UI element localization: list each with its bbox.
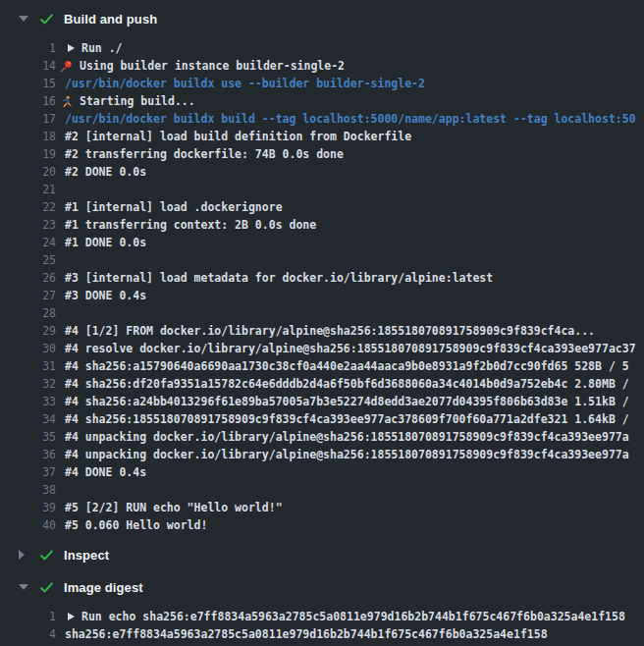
line-number[interactable]: 33 <box>0 393 56 410</box>
line-text: Starting build... <box>80 92 195 110</box>
log-line: 38 <box>0 481 644 499</box>
runner-icon <box>56 95 73 108</box>
line-number[interactable]: 27 <box>0 287 56 304</box>
section-title: Inspect <box>64 548 109 563</box>
line-number[interactable]: 17 <box>0 110 56 128</box>
line-number[interactable]: 22 <box>0 198 56 216</box>
section-header-build-and-push[interactable]: Build and push <box>0 4 644 33</box>
log-line: 37 #4 DONE 0.4s <box>0 463 644 481</box>
log-line: 21 <box>0 181 644 198</box>
line-text: #2 [internal] load build definition from… <box>65 128 411 145</box>
log-line: 15 /usr/bin/docker buildx use --builder … <box>0 75 644 92</box>
line-number[interactable]: 24 <box>0 234 56 251</box>
log-line: 14 Using builder instance builder-single… <box>0 57 644 75</box>
section-title: Image digest <box>64 580 143 595</box>
line-text: Run ./ <box>81 39 123 57</box>
line-number[interactable]: 20 <box>0 163 56 181</box>
log-line: 35 #4 unpacking docker.io/library/alpine… <box>0 428 644 446</box>
pushpin-icon <box>56 60 73 73</box>
log-line: 32 #4 sha256:df20fa9351a15782c64e6dddb2d… <box>0 375 644 393</box>
line-number[interactable]: 29 <box>0 322 56 340</box>
log-line: 29 #4 [1/2] FROM docker.io/library/alpin… <box>0 322 644 340</box>
line-number[interactable]: 36 <box>0 446 56 463</box>
run-expander-icon[interactable] <box>68 613 75 620</box>
line-number[interactable]: 16 <box>0 92 56 110</box>
run-expander-icon[interactable] <box>68 44 75 52</box>
workflow-log-viewer: Build and push 1 Run ./ 14 Using builder… <box>0 0 644 646</box>
section-header-inspect[interactable]: Inspect <box>0 540 644 569</box>
line-number[interactable]: 38 <box>0 481 56 499</box>
log-line: 34 #4 sha256:185518070891758909c9f839cf4… <box>0 410 644 428</box>
log-line: 27 #3 DONE 0.4s <box>0 287 644 304</box>
line-text: Using builder instance builder-single-2 <box>80 57 345 75</box>
line-number[interactable]: 39 <box>0 499 56 516</box>
line-number[interactable]: 32 <box>0 375 56 393</box>
success-check-icon <box>39 548 54 563</box>
log-section-image-digest: Image digest 1 Run echo sha256:e7ff8834a… <box>0 572 644 646</box>
line-number[interactable]: 23 <box>0 216 56 234</box>
log-section-inspect: Inspect <box>0 540 644 569</box>
line-text: Run echo sha256:e7ff8834a5963a2785c5a081… <box>81 608 625 625</box>
line-number[interactable]: 15 <box>0 75 56 92</box>
line-text: #4 unpacking docker.io/library/alpine@sh… <box>65 428 629 446</box>
log-line: 36 #4 unpacking docker.io/library/alpine… <box>0 446 644 463</box>
log-line: 40 #5 0.060 Hello world! <box>0 516 644 534</box>
line-number[interactable]: 1 <box>0 608 56 625</box>
line-number[interactable]: 25 <box>0 251 56 269</box>
log-line: 24 #1 DONE 0.0s <box>0 234 644 251</box>
line-number[interactable]: 40 <box>0 516 56 534</box>
log-line: 16 Starting build... <box>0 92 644 110</box>
line-number[interactable]: 31 <box>0 357 56 375</box>
line-number[interactable]: 14 <box>0 57 56 75</box>
line-number[interactable]: 18 <box>0 128 56 145</box>
log-line: 30 #4 resolve docker.io/library/alpine@s… <box>0 340 644 357</box>
line-number[interactable]: 28 <box>0 304 56 322</box>
line-text: sha256:e7ff8834a5963a2785c5a0811e979d16b… <box>65 625 548 643</box>
log-section-build-and-push: Build and push 1 Run ./ 14 Using builder… <box>0 4 644 537</box>
line-text: /usr/bin/docker buildx build --tag local… <box>65 110 636 128</box>
line-text: #2 DONE 0.0s <box>65 163 146 181</box>
chevron-down-icon[interactable] <box>19 16 28 22</box>
line-number[interactable]: 4 <box>0 625 56 643</box>
line-text: #4 unpacking docker.io/library/alpine@sh… <box>65 446 629 463</box>
log-line: 26 #3 [internal] load metadata for docke… <box>0 269 644 287</box>
log-line: 17 /usr/bin/docker buildx build --tag lo… <box>0 110 644 128</box>
log-line: 19 #2 transferring dockerfile: 74B 0.0s … <box>0 145 644 163</box>
section-header-image-digest[interactable]: Image digest <box>0 572 644 602</box>
log-line: 1 Run ./ <box>0 39 644 57</box>
line-text: /usr/bin/docker buildx use --builder bui… <box>65 75 425 92</box>
line-text: #1 [internal] load .dockerignore <box>65 198 283 216</box>
chevron-down-icon[interactable] <box>19 584 28 590</box>
line-text: #4 sha256:185518070891758909c9f839cf4ca3… <box>65 410 629 428</box>
line-number[interactable]: 35 <box>0 428 56 446</box>
line-text: #2 transferring dockerfile: 74B 0.0s don… <box>65 145 344 163</box>
line-text: #3 DONE 0.4s <box>65 287 146 304</box>
line-number[interactable]: 19 <box>0 145 56 163</box>
line-text: #1 transferring context: 2B 0.0s done <box>65 216 316 234</box>
line-number[interactable]: 30 <box>0 340 56 357</box>
success-check-icon <box>39 580 54 595</box>
line-text: #4 sha256:a24bb4013296f61e89ba57005a7b3e… <box>65 393 629 410</box>
log-line: 28 <box>0 304 644 322</box>
line-text: #5 0.060 Hello world! <box>65 516 207 534</box>
line-number[interactable]: 21 <box>0 181 56 198</box>
line-number[interactable]: 26 <box>0 269 56 287</box>
section-body: 1 Run echo sha256:e7ff8834a5963a2785c5a0… <box>0 602 644 646</box>
log-line: 4 sha256:e7ff8834a5963a2785c5a0811e979d1… <box>0 625 644 643</box>
line-text: #4 DONE 0.4s <box>65 463 146 481</box>
line-number[interactable]: 1 <box>0 39 56 57</box>
line-text: #5 [2/2] RUN echo "Hello world!" <box>65 499 283 516</box>
log-line: 39 #5 [2/2] RUN echo "Hello world!" <box>0 499 644 516</box>
log-line: 20 #2 DONE 0.0s <box>0 163 644 181</box>
line-text: #4 sha256:df20fa9351a15782c64e6dddb2d4a6… <box>65 375 629 393</box>
log-line: 23 #1 transferring context: 2B 0.0s done <box>0 216 644 234</box>
section-title: Build and push <box>64 12 157 27</box>
chevron-right-icon[interactable] <box>19 550 25 560</box>
line-text: #4 sha256:a15790640a6690aa1730c38cf0a440… <box>65 357 629 375</box>
log-line: 25 <box>0 251 644 269</box>
line-number[interactable]: 34 <box>0 410 56 428</box>
line-number[interactable]: 37 <box>0 463 56 481</box>
log-line: 31 #4 sha256:a15790640a6690aa1730c38cf0a… <box>0 357 644 375</box>
log-line: 18 #2 [internal] load build definition f… <box>0 128 644 145</box>
log-line: 33 #4 sha256:a24bb4013296f61e89ba57005a7… <box>0 393 644 410</box>
